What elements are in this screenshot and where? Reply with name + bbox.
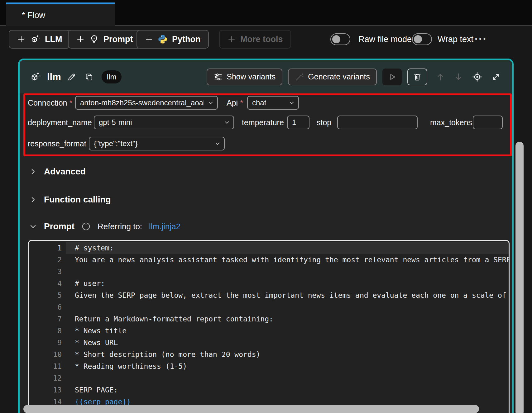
temperature-label: temperature: [242, 116, 284, 129]
plus-icon: [145, 35, 153, 44]
line-text: * Reading worthiness (1-5): [62, 360, 187, 372]
prompt-section-header[interactable]: Prompt Referring to: llm.jinja2: [29, 218, 180, 235]
raw-file-mode-label: Raw file mode: [358, 30, 412, 49]
line-number: 6: [29, 301, 62, 313]
line-text: [62, 266, 75, 278]
horizontal-scrollbar-thumb[interactable]: [23, 405, 479, 413]
connection-dropdown[interactable]: anton-mh8zh25s-swedencentral_aoai: [75, 96, 218, 110]
prompt-editor-lines: 1# system:2You are a news analysis assis…: [29, 242, 509, 408]
prompt-editor[interactable]: 1# system:2You are a news analysis assis…: [28, 240, 510, 413]
editor-line[interactable]: 3: [29, 266, 509, 278]
editor-line[interactable]: 5Given the SERP page below, extract the …: [29, 289, 509, 301]
wrap-text-toggle[interactable]: [412, 33, 432, 45]
editor-line[interactable]: 12: [29, 372, 509, 384]
arrow-down-icon: [453, 72, 463, 82]
temperature-input[interactable]: [292, 116, 304, 129]
editor-line[interactable]: 1# system:: [29, 242, 509, 254]
editor-line[interactable]: 11* Reading worthiness (1-5): [29, 360, 509, 372]
plus-icon: [227, 35, 236, 44]
add-python-button[interactable]: Python: [137, 30, 209, 49]
overflow-menu-button[interactable]: •••: [475, 30, 487, 49]
vertical-scrollbar-thumb[interactable]: [515, 142, 524, 413]
editor-line[interactable]: 13SERP PAGE:: [29, 384, 509, 396]
lightbulb-icon: [89, 34, 99, 44]
llm-node-card: llm llm Show variants Generate variants: [18, 59, 514, 413]
deployment-name-value: gpt-5-mini: [99, 118, 132, 127]
prompt-label: Prompt: [44, 221, 74, 231]
tab-flow-label: * Flow: [22, 4, 45, 26]
move-node-up-button[interactable]: [435, 72, 445, 82]
raw-file-mode-toggle[interactable]: [330, 33, 350, 45]
editor-line[interactable]: 6: [29, 301, 509, 313]
llm-node-icon: [30, 71, 41, 83]
editor-line[interactable]: 4# user:: [29, 278, 509, 289]
editor-line[interactable]: 7Return a Markdown-formatted report cont…: [29, 313, 509, 325]
line-text: Return a Markdown-formatted report conta…: [62, 313, 273, 325]
chevron-down-icon: [288, 99, 295, 106]
api-value: chat: [252, 98, 266, 107]
temperature-field: [287, 116, 309, 129]
line-number: 2: [29, 254, 62, 266]
stop-input[interactable]: [342, 116, 413, 129]
editor-line[interactable]: 9* News URL: [29, 337, 509, 349]
required-asterisk: *: [240, 98, 243, 107]
line-text: SERP PAGE:: [62, 384, 118, 396]
line-text: [62, 301, 75, 313]
move-node-down-button[interactable]: [453, 72, 463, 82]
chevron-down-icon: [29, 222, 37, 230]
plus-icon: [17, 35, 26, 44]
max-tokens-field: [473, 116, 503, 129]
max-tokens-label: max_tokens: [430, 116, 472, 129]
line-text: # user:: [62, 278, 105, 289]
add-llm-button[interactable]: LLM: [9, 30, 70, 49]
play-icon: [387, 72, 397, 82]
add-prompt-button[interactable]: Prompt: [68, 30, 141, 49]
generate-variants-button[interactable]: Generate variants: [288, 69, 377, 85]
tab-flow[interactable]: * Flow: [6, 2, 115, 26]
jinja-file-link[interactable]: llm.jinja2: [149, 222, 180, 231]
api-dropdown[interactable]: chat: [247, 96, 299, 110]
line-number: 13: [29, 384, 62, 396]
locate-node-button[interactable]: [472, 71, 483, 83]
response-format-label: response_format: [28, 137, 86, 150]
line-number: 10: [29, 349, 62, 360]
editor-line[interactable]: 2You are a news analysis assistant taske…: [29, 254, 509, 266]
editor-line[interactable]: 10* Short description (no more than 20 w…: [29, 349, 509, 360]
arrow-up-icon: [435, 72, 445, 82]
expand-icon: [491, 72, 501, 82]
tab-bar: * Flow: [0, 0, 532, 26]
editor-line[interactable]: 8* News title: [29, 325, 509, 337]
deployment-name-dropdown[interactable]: gpt-5-mini: [94, 116, 234, 129]
function-calling-section-header[interactable]: Function calling: [29, 191, 111, 208]
referring-to-text: Referring to:: [98, 222, 142, 231]
chevron-down-icon: [223, 119, 230, 126]
plus-icon: [76, 35, 85, 44]
show-variants-button[interactable]: Show variants: [207, 69, 282, 85]
add-prompt-label: Prompt: [103, 35, 133, 44]
show-variants-label: Show variants: [227, 72, 276, 81]
copy-node-button[interactable]: [85, 73, 93, 81]
response-format-dropdown[interactable]: {"type":"text"}: [89, 137, 225, 150]
function-calling-label: Function calling: [44, 195, 111, 205]
deployment-name-label: deployment_name*: [28, 116, 97, 129]
advanced-label: Advanced: [44, 167, 86, 177]
run-node-button[interactable]: [382, 69, 402, 85]
line-text: * News title: [62, 325, 127, 337]
stop-label: stop: [317, 116, 331, 129]
sliders-icon: [213, 72, 223, 82]
more-tools-label: More tools: [240, 35, 283, 44]
rename-node-button[interactable]: [67, 72, 77, 82]
delete-node-button[interactable]: [407, 69, 427, 85]
expand-node-button[interactable]: [491, 72, 501, 82]
more-tools-button[interactable]: More tools: [219, 30, 291, 49]
wrap-text-label: Wrap text: [438, 30, 473, 49]
max-tokens-input[interactable]: [478, 116, 498, 129]
add-python-label: Python: [172, 35, 201, 44]
pencil-icon: [67, 72, 77, 82]
line-number: 12: [29, 372, 62, 384]
line-text: * News URL: [62, 337, 118, 349]
chevron-right-icon: [29, 168, 37, 176]
advanced-section-header[interactable]: Advanced: [29, 163, 86, 180]
add-llm-label: LLM: [45, 35, 62, 44]
required-asterisk: *: [69, 98, 72, 107]
